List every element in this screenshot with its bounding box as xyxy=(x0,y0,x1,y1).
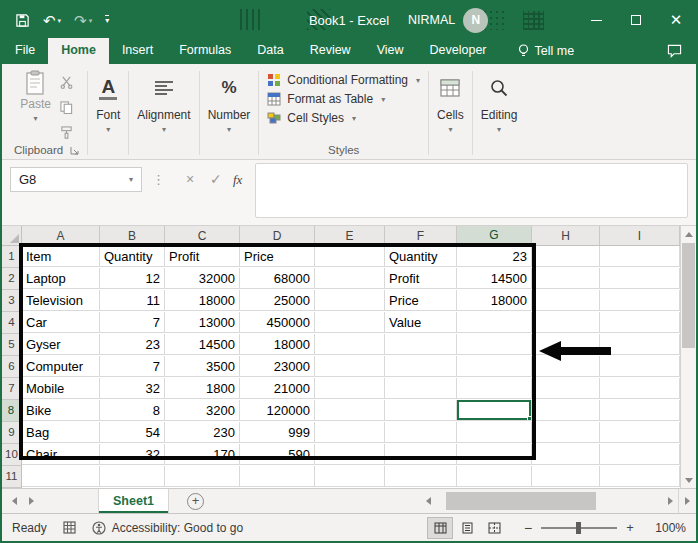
cell-A3[interactable]: Television xyxy=(22,290,100,311)
cell-C10[interactable]: 170 xyxy=(165,444,240,465)
cell-D8[interactable]: 120000 xyxy=(240,400,315,421)
cell-I4[interactable] xyxy=(600,312,680,333)
column-header-E[interactable]: E xyxy=(315,226,385,246)
cell-E8[interactable] xyxy=(315,400,385,421)
minimize-button[interactable] xyxy=(576,2,616,38)
row-header-1[interactable]: 1 xyxy=(2,246,22,268)
cell-H5[interactable] xyxy=(532,334,600,355)
cell-I10[interactable] xyxy=(600,444,680,465)
cell-A2[interactable]: Laptop xyxy=(22,268,100,289)
cell-C6[interactable]: 3500 xyxy=(165,356,240,377)
cell-F1[interactable]: Quantity xyxy=(385,246,457,267)
column-header-H[interactable]: H xyxy=(532,226,600,246)
row-header-4[interactable]: 4 xyxy=(2,312,22,334)
cell-E11[interactable] xyxy=(315,466,385,487)
column-header-B[interactable]: B xyxy=(100,226,165,246)
cell-F2[interactable]: Profit xyxy=(385,268,457,289)
undo-icon[interactable]: ↶▾ xyxy=(43,13,61,28)
cell-F3[interactable]: Price xyxy=(385,290,457,311)
zoom-in-button[interactable]: + xyxy=(622,520,638,535)
cell-I9[interactable] xyxy=(600,422,680,443)
cell-E7[interactable] xyxy=(315,378,385,399)
cell-B3[interactable]: 11 xyxy=(100,290,165,311)
cell-I11[interactable] xyxy=(600,466,680,487)
cell-D11[interactable] xyxy=(240,466,315,487)
alignment-group-collapsed[interactable]: Alignment ▾ xyxy=(129,67,198,159)
cell-E6[interactable] xyxy=(315,356,385,377)
formula-bar-drag-handle[interactable]: ⋮ xyxy=(152,172,165,187)
cell-B5[interactable]: 23 xyxy=(100,334,165,355)
prev-sheet-icon[interactable] xyxy=(12,497,17,505)
cell-F5[interactable] xyxy=(385,334,457,355)
accessibility-status[interactable]: Accessibility: Good to go xyxy=(92,521,243,535)
cell-E5[interactable] xyxy=(315,334,385,355)
row-header-3[interactable]: 3 xyxy=(2,290,22,312)
cell-B4[interactable]: 7 xyxy=(100,312,165,333)
tab-formulas[interactable]: Formulas xyxy=(166,38,244,64)
vertical-scrollbar[interactable] xyxy=(680,226,696,488)
next-sheet-icon[interactable] xyxy=(29,497,34,505)
row-header-8[interactable]: 8 xyxy=(2,400,22,422)
avatar[interactable]: N xyxy=(463,8,488,33)
conditional-formatting-button[interactable]: Conditional Formatting ▾ xyxy=(267,73,420,87)
cell-I5[interactable] xyxy=(600,334,680,355)
close-button[interactable]: ✕ xyxy=(656,2,696,38)
zoom-level[interactable]: 100% xyxy=(638,521,686,535)
cell-B9[interactable]: 54 xyxy=(100,422,165,443)
cell-I3[interactable] xyxy=(600,290,680,311)
comments-button[interactable] xyxy=(667,38,682,64)
cell-B1[interactable]: Quantity xyxy=(100,246,165,267)
zoom-out-button[interactable]: − xyxy=(520,520,536,536)
cell-E9[interactable] xyxy=(315,422,385,443)
row-header-5[interactable]: 5 xyxy=(2,334,22,356)
cell-D1[interactable]: Price xyxy=(240,246,315,267)
editing-group-collapsed[interactable]: Editing ▾ xyxy=(473,67,526,159)
cell-F9[interactable] xyxy=(385,422,457,443)
scrollbar-corner[interactable] xyxy=(678,489,696,513)
paste-button[interactable]: Paste ▾ xyxy=(20,70,51,143)
cell-F10[interactable] xyxy=(385,444,457,465)
row-header-2[interactable]: 2 xyxy=(2,268,22,290)
page-break-view-button[interactable] xyxy=(482,518,506,538)
cell-G5[interactable] xyxy=(457,334,532,355)
cell-E10[interactable] xyxy=(315,444,385,465)
page-layout-view-button[interactable] xyxy=(455,518,479,538)
cell-H6[interactable] xyxy=(532,356,600,377)
cell-H3[interactable] xyxy=(532,290,600,311)
cell-C1[interactable]: Profit xyxy=(165,246,240,267)
horizontal-scroll-track[interactable] xyxy=(436,489,662,513)
add-sheet-button[interactable]: + xyxy=(187,493,204,510)
name-box[interactable]: G8 ▾ xyxy=(10,167,142,192)
tab-review[interactable]: Review xyxy=(297,38,364,64)
number-group-collapsed[interactable]: % Number ▾ xyxy=(200,67,259,159)
cell-A5[interactable]: Gyser xyxy=(22,334,100,355)
cell-F11[interactable] xyxy=(385,466,457,487)
worksheet-grid[interactable]: ABCDEFGHI1ItemQuantityProfitPriceQuantit… xyxy=(2,226,680,488)
cell-D10[interactable]: 590 xyxy=(240,444,315,465)
confirm-entry-icon[interactable]: ✓ xyxy=(210,171,222,187)
zoom-slider-thumb[interactable] xyxy=(576,522,581,534)
customize-qat-icon[interactable]: ▾ xyxy=(105,15,109,25)
scroll-left-icon[interactable] xyxy=(420,489,436,513)
cell-B8[interactable]: 8 xyxy=(100,400,165,421)
zoom-slider[interactable] xyxy=(541,527,617,529)
cell-C4[interactable]: 13000 xyxy=(165,312,240,333)
column-header-A[interactable]: A xyxy=(22,226,100,246)
cell-B10[interactable]: 32 xyxy=(100,444,165,465)
tab-home[interactable]: Home xyxy=(48,38,109,64)
cell-G8[interactable] xyxy=(457,400,532,421)
cell-G10[interactable] xyxy=(457,444,532,465)
cell-G6[interactable] xyxy=(457,356,532,377)
cell-G9[interactable] xyxy=(457,422,532,443)
cell-C5[interactable]: 14500 xyxy=(165,334,240,355)
cell-G1[interactable]: 23 xyxy=(457,246,532,267)
cell-I1[interactable] xyxy=(600,246,680,267)
row-header-6[interactable]: 6 xyxy=(2,356,22,378)
cell-I2[interactable] xyxy=(600,268,680,289)
cell-D4[interactable]: 450000 xyxy=(240,312,315,333)
cell-C11[interactable] xyxy=(165,466,240,487)
column-header-C[interactable]: C xyxy=(165,226,240,246)
tab-file[interactable]: File xyxy=(2,38,48,64)
horizontal-scroll-thumb[interactable] xyxy=(446,492,596,510)
cell-I6[interactable] xyxy=(600,356,680,377)
